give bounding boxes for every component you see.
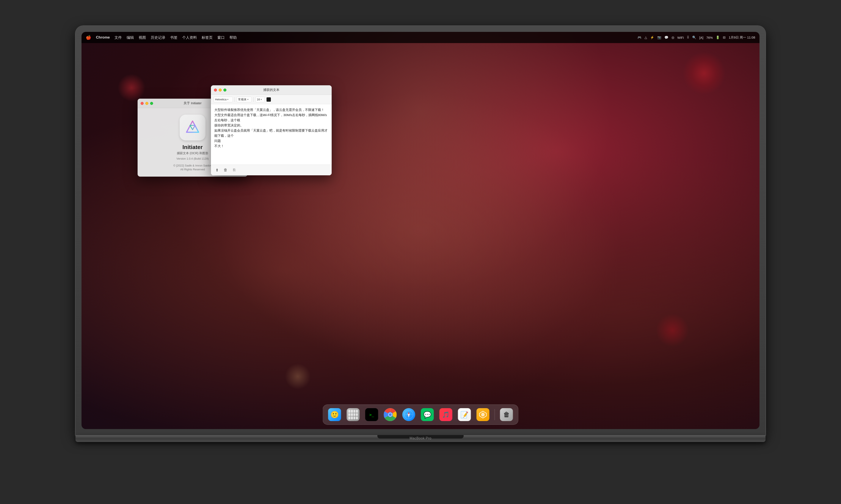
size-selector[interactable]: 16 ▾	[255, 97, 265, 102]
menu-help[interactable]: 帮助	[229, 35, 237, 40]
screen-bezel: 🍎 Chrome 文件 编辑 视图 历史记录 书签 个人资料 标签页 窗口 帮助…	[82, 32, 759, 429]
trash-icon: 🗑	[500, 408, 513, 421]
dock-music[interactable]: 🎵	[438, 407, 454, 422]
menu-app-name[interactable]: Chrome	[96, 35, 110, 40]
menubar-right: 🎮 △ ⚡ 📷 💬 ◎ WiFi ⠿ 🔍 [A] 76% 🔋 ⊟ 1月9日 周	[637, 36, 755, 40]
clock-icon: ◎	[671, 36, 674, 39]
dock-launchpad[interactable]	[345, 407, 361, 422]
macbook-label: MacBook Pro	[351, 435, 490, 442]
style-selector[interactable]: 常规体 ▾	[237, 97, 252, 102]
traffic-lights	[141, 102, 153, 105]
screen: 🍎 Chrome 文件 编辑 视图 历史记录 书签 个人资料 标签页 窗口 帮助…	[82, 32, 759, 429]
battery-level: 76%	[706, 36, 713, 39]
font-chevron-icon: ▾	[227, 98, 228, 101]
ocr-footer: ⬆ 🗑 ⎘	[211, 165, 332, 175]
app-icon-container	[179, 114, 206, 140]
goodnotes-icon: 📝	[458, 408, 471, 421]
macbook-label-text: MacBook Pro	[410, 436, 431, 441]
wallpaper	[82, 32, 759, 429]
app-icon-initiater	[179, 114, 206, 140]
about-window-title: 关于 Initiater	[184, 101, 201, 105]
ocr-toolbar: Helvetica ▾ 常规体 ▾ 16 ▾	[211, 95, 332, 104]
ocr-maximize-button[interactable]	[223, 89, 226, 92]
menu-edit[interactable]: 编辑	[126, 35, 134, 40]
ocr-window: 捕获的文本 Helvetica ▾ 常规体 ▾	[211, 85, 332, 175]
share-icon[interactable]: ⬆	[214, 167, 220, 173]
gamepad-icon: 🎮	[637, 36, 641, 39]
app-copyright: © [2022] Sadik & Imron Saidov All Rights…	[173, 164, 212, 172]
control-center-icon[interactable]: ⊟	[723, 36, 726, 39]
dock: 🙂	[323, 404, 518, 425]
menu-file[interactable]: 文件	[115, 35, 122, 40]
ocr-text-content[interactable]: 大型软件墙裂推荐优先使用「天翼云盘」，该云盘无需开会员，不限速下载！ 大型文件最…	[211, 104, 332, 165]
menu-view[interactable]: 视图	[139, 35, 146, 40]
menubar-left: 🍎 Chrome 文件 编辑 视图 历史记录 书签 个人资料 标签页 窗口 帮助	[86, 35, 237, 40]
ocr-minimize-button[interactable]	[219, 89, 222, 92]
menu-history[interactable]: 历史记录	[151, 35, 166, 40]
svg-marker-1	[190, 125, 195, 130]
apple-logo-icon[interactable]: 🍎	[86, 35, 91, 40]
macbook: 🍎 Chrome 文件 编辑 视图 历史记录 书签 个人资料 标签页 窗口 帮助…	[75, 26, 766, 478]
close-button[interactable]	[141, 102, 143, 105]
datetime: 1月9日 周一 11:08	[728, 36, 755, 40]
toolbar-divider2	[253, 97, 254, 102]
toolbar-divider	[235, 97, 235, 102]
svg-marker-12	[481, 412, 485, 417]
chat-icon: 💬	[664, 36, 669, 39]
macbook-base: MacBook Pro	[75, 435, 766, 442]
safari-icon	[402, 408, 415, 421]
launchpad-icon	[347, 408, 360, 421]
color-swatch[interactable]	[267, 97, 271, 102]
app-subtitle: 捕获文本 (OCR) 和图形	[177, 151, 208, 155]
style-chevron-icon: ▾	[247, 98, 248, 101]
app-version: Version 1.0.4 (Build 1129)	[176, 157, 209, 160]
warning-icon: △	[645, 36, 647, 39]
copy-icon[interactable]: ⎘	[231, 167, 237, 173]
svg-marker-0	[187, 121, 199, 132]
initiater-logo-icon	[184, 119, 201, 136]
ocr-traffic-lights	[214, 89, 226, 92]
dock-trash[interactable]: 🗑	[499, 407, 514, 422]
dock-sketch[interactable]	[475, 407, 491, 422]
ocr-titlebar: 捕获的文本	[211, 85, 332, 95]
keyboard-icon: [A]	[699, 36, 703, 39]
bluetooth-icon: ⠿	[687, 36, 689, 39]
menu-tabs[interactable]: 标签页	[202, 35, 212, 40]
ocr-window-title: 捕获的文本	[263, 88, 279, 92]
app-name: Initiater	[183, 144, 203, 150]
dock-separator	[495, 409, 495, 420]
menu-profile[interactable]: 个人资料	[182, 35, 197, 40]
maximize-button[interactable]	[150, 102, 153, 105]
font-selector[interactable]: Helvetica ▾	[213, 97, 233, 102]
bolt-icon: ⚡	[650, 36, 654, 39]
size-chevron-icon: ▾	[261, 98, 262, 101]
sketch-icon	[477, 408, 490, 421]
dock-wechat[interactable]: 💬	[419, 407, 435, 422]
camera-icon: 📷	[657, 36, 662, 39]
chrome-icon	[384, 408, 397, 421]
dock-goodnotes[interactable]: 📝	[457, 407, 472, 422]
svg-point-5	[389, 413, 392, 416]
finder-icon: 🙂	[328, 408, 341, 421]
battery-icon: 🔋	[716, 36, 720, 39]
minimize-button[interactable]	[145, 102, 148, 105]
delete-icon[interactable]: 🗑	[223, 167, 228, 173]
music-icon: 🎵	[440, 408, 452, 421]
dock-safari[interactable]	[401, 407, 417, 422]
ocr-close-button[interactable]	[214, 89, 217, 92]
terminal-icon: >_	[365, 408, 378, 421]
menu-window[interactable]: 窗口	[217, 35, 225, 40]
dock-terminal[interactable]: >_	[364, 407, 379, 422]
macbook-lid: 🍎 Chrome 文件 编辑 视图 历史记录 书签 个人资料 标签页 窗口 帮助…	[75, 26, 766, 435]
search-icon[interactable]: 🔍	[692, 36, 696, 39]
dock-chrome[interactable]	[382, 407, 398, 422]
menubar: 🍎 Chrome 文件 编辑 视图 历史记录 书签 个人资料 标签页 窗口 帮助…	[82, 32, 759, 43]
dock-finder[interactable]: 🙂	[327, 407, 342, 422]
menu-bookmarks[interactable]: 书签	[170, 35, 177, 40]
wechat-icon: 💬	[421, 408, 434, 421]
wifi-icon: WiFi	[677, 36, 684, 39]
